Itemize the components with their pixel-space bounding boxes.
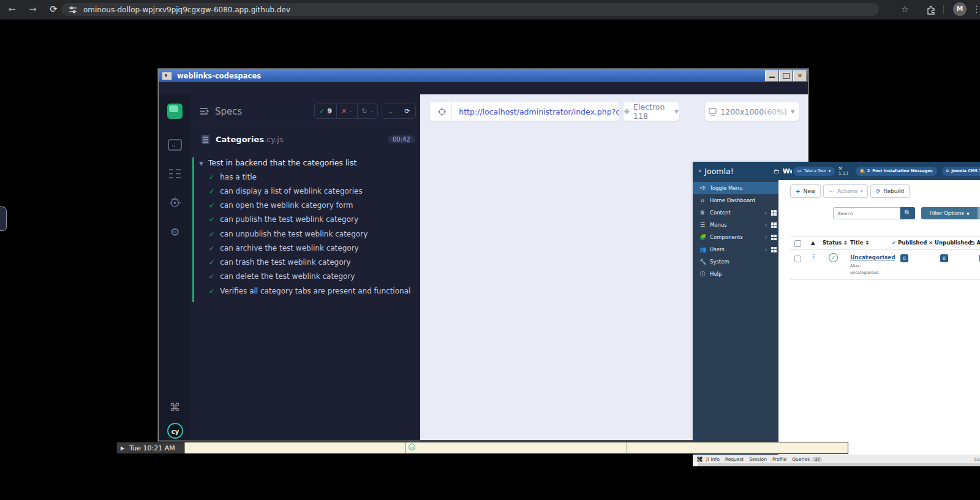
test-item[interactable]: ✓Verifies all category tabs are present … — [209, 287, 410, 295]
post-installation-messages-button[interactable]: 🔔 2 Post Installation Messages — [856, 167, 937, 176]
extensions-icon[interactable] — [926, 5, 936, 15]
window-titlebar[interactable]: weblinks-codespaces — [159, 69, 808, 82]
close-button[interactable]: ✕ — [793, 70, 807, 81]
row-bottom-border — [790, 279, 980, 280]
maximize-button[interactable] — [779, 70, 793, 81]
chevron-down-icon: ▼ — [791, 108, 795, 115]
url-text: ominous-dollop-wpjrxv9pjq9cgxgw-6080.app… — [83, 6, 290, 14]
spec-file-icon — [202, 135, 209, 144]
taskbar-window-button-3[interactable] — [627, 442, 848, 453]
unpublished-count-badge[interactable]: 0 — [940, 254, 948, 262]
components-dashboard-grid-icon[interactable] — [771, 235, 777, 240]
debug-session-link[interactable]: Session — [749, 456, 767, 462]
sidebar-item-users[interactable]: 👥Users › — [693, 243, 778, 256]
new-button[interactable]: +New — [790, 184, 821, 198]
spec-file[interactable]: Categories.cy.js — [202, 135, 284, 144]
search-button[interactable]: 🔍 — [900, 207, 915, 219]
check-icon: ✓ — [209, 259, 214, 267]
sidebar-item-menus[interactable]: ☰Menus › — [693, 219, 778, 231]
clear-button[interactable]: Clear — [978, 207, 980, 219]
runs-list-icon[interactable] — [168, 168, 182, 180]
tour-icon: 🜲 — [797, 169, 802, 173]
title-column-header[interactable]: Title ⇕ — [850, 240, 870, 246]
check-icon: ✓ — [209, 244, 214, 252]
site-preview-button[interactable]: ⧉ Joomla CMS Test — [942, 167, 980, 176]
actions-button[interactable]: ⋯Actions ▾ — [823, 184, 868, 198]
address-bar[interactable]: ominous-dollop-wpjrxv9pjq9cgxgw-6080.app… — [61, 3, 879, 16]
test-item[interactable]: ✓can open the weblink category form — [209, 201, 353, 210]
debug-icon[interactable] — [168, 196, 182, 209]
external-link-icon: ⧉ — [946, 169, 949, 173]
row-checkbox[interactable] — [794, 256, 801, 262]
status-published-icon[interactable]: ✓ — [829, 253, 838, 262]
app-window: weblinks-codespaces ✕ File Edit View Win… — [158, 69, 809, 441]
header-bottom-border — [790, 249, 980, 250]
test-item[interactable]: ✓can unpublish the test weblink category — [209, 230, 368, 238]
minimize-button[interactable] — [765, 70, 778, 81]
select-all-checkbox[interactable] — [794, 240, 801, 247]
keyboard-shortcuts-icon[interactable]: ⌘ — [167, 400, 183, 415]
debug-request-link[interactable]: Request — [725, 456, 744, 462]
sidebar-item-components[interactable]: 🧩Components › — [693, 231, 778, 243]
sort-handle-icon[interactable]: ▲ — [811, 240, 815, 246]
test-item[interactable]: ✓can trash the test weblink category — [209, 258, 351, 267]
rerun-icon[interactable]: ⟳ — [399, 107, 415, 115]
debug-queries-link[interactable]: Queries — [792, 456, 810, 462]
taskbar-window-button-2[interactable]: cy — [405, 442, 627, 453]
menus-dashboard-grid-icon[interactable] — [771, 222, 777, 228]
debug-info-link[interactable]: J! Info — [706, 456, 720, 462]
filter-options-button[interactable]: Filter Options▼ — [921, 207, 978, 219]
rebuild-button[interactable]: ⟳Rebuild — [870, 184, 910, 198]
category-title-link[interactable]: Uncategorised — [850, 254, 895, 260]
sidebar-item-system[interactable]: 🔧System — [693, 256, 778, 268]
content-dashboard-grid-icon[interactable] — [771, 210, 777, 216]
settings-gear-icon[interactable]: ⚙ — [167, 224, 183, 240]
taskbar-window-button-1[interactable] — [184, 442, 405, 453]
search-input[interactable] — [833, 207, 900, 219]
drag-handle-icon[interactable]: ⋮ — [811, 253, 817, 260]
alias-label: Alias: — [850, 263, 861, 268]
taskbar-clock[interactable]: ▶ Tue 10:21 AM — [117, 442, 184, 453]
joomla-logo-icon — [697, 456, 703, 462]
suite-header[interactable]: ▼ Test in backend that the categories li… — [199, 158, 356, 167]
home-icon: ⌂ — [699, 197, 706, 203]
selector-crosshair-icon[interactable] — [438, 107, 446, 116]
test-item[interactable]: ✓can archive the test weblink category — [209, 244, 359, 252]
browser-menu-icon[interactable]: ⋮ — [971, 4, 980, 15]
refresh-icon[interactable]: ⟳ — [48, 4, 59, 15]
list-icon: ☰ — [699, 222, 706, 228]
back-icon[interactable]: ← — [6, 4, 18, 15]
sidebar-item-content[interactable]: 🗎Content › — [693, 206, 778, 219]
cypress-logo-icon[interactable] — [167, 104, 183, 119]
published-count-badge[interactable]: 0 — [900, 254, 908, 262]
take-a-tour-button[interactable]: 🜲 Take a Tour ▾ — [793, 167, 835, 176]
status-column-header[interactable]: Status ⇕ — [823, 240, 848, 246]
folder-icon: 🗀 — [970, 240, 975, 246]
site-info-icon[interactable] — [69, 6, 77, 14]
forward-icon[interactable]: → — [27, 4, 39, 15]
horizontal-scrollbar[interactable] — [693, 463, 980, 466]
stat-pending: ↻– — [358, 107, 378, 115]
specs-panel-icon[interactable]: ‹› — [168, 139, 182, 151]
sidebar-item-home-dashboard[interactable]: ⌂Home Dashboard — [693, 194, 778, 206]
unpublished-column-header: ✕ Unpublished — [929, 240, 971, 246]
sidebar-item-help[interactable]: ⓘHelp — [693, 268, 778, 280]
test-item[interactable]: ✓can publish the test weblink category — [209, 215, 358, 224]
edge-panel-handle[interactable] — [0, 206, 7, 231]
bookmark-star-icon[interactable]: ☆ — [899, 4, 911, 15]
browser-select[interactable]: ❋ Electron 118 ▼ — [624, 102, 679, 121]
cypress-status-badge[interactable]: cy — [167, 423, 183, 439]
chevron-right-icon: › — [765, 210, 767, 216]
sidebar-item-toggle-menu[interactable]: ⬲Toggle Menu — [693, 182, 778, 194]
profile-avatar[interactable]: M — [953, 2, 967, 16]
test-item[interactable]: ✓can delete the test weblink category — [209, 272, 355, 281]
debug-profile-link[interactable]: Profile — [772, 456, 786, 462]
test-item[interactable]: ✓has a title — [209, 173, 257, 181]
play-icon: ▶ — [121, 445, 124, 451]
collapse-chevron-icon[interactable]: ⌄ — [382, 107, 399, 115]
aut-url-bar[interactable]: http://localhost/administrator/index.php… — [430, 102, 619, 121]
viewport-select[interactable]: 1200x1000 (60%) ▼ — [705, 102, 799, 121]
test-item[interactable]: ✓can display a list of weblink categorie… — [209, 187, 363, 195]
users-dashboard-grid-icon[interactable] — [771, 247, 777, 252]
toolbar-divider — [943, 5, 944, 14]
